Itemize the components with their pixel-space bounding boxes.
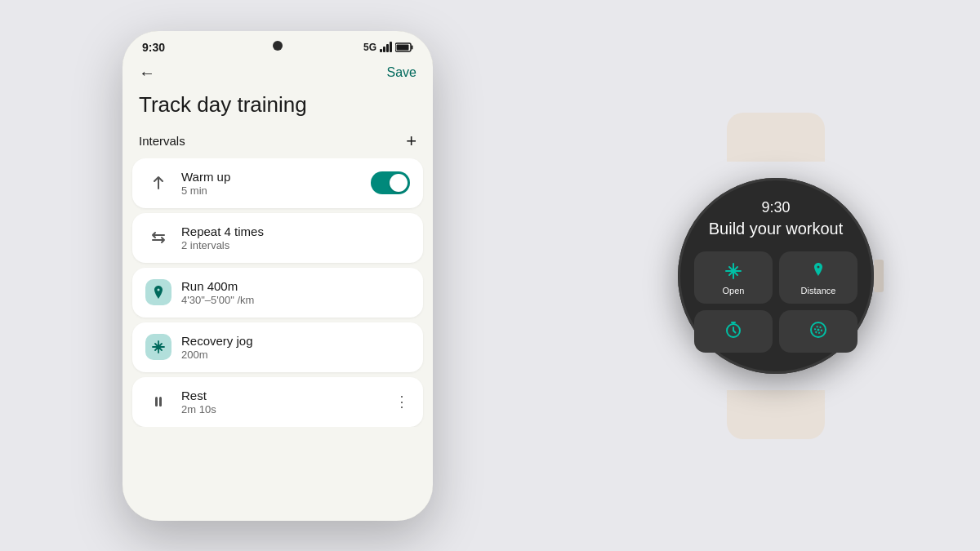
rest-menu-button[interactable]: ⋮ [394, 393, 410, 411]
repeat-sub: 2 intervals [181, 239, 410, 251]
phone: 9:30 5G ← [122, 31, 433, 521]
recovery-title: Recovery jog [181, 334, 410, 348]
rest-title: Rest [181, 389, 385, 402]
rest-icon [145, 389, 172, 415]
watch-crown [874, 260, 884, 292]
rest-info: Rest 2m 10s [181, 389, 385, 415]
svg-rect-4 [159, 397, 162, 407]
phone-status-icons: 5G [363, 42, 413, 53]
recovery-card[interactable]: Recovery jog 200m [132, 322, 423, 372]
watch-timer-button[interactable] [694, 310, 773, 353]
svg-rect-2 [397, 44, 409, 50]
warmup-info: Warm up 5 min [181, 170, 361, 197]
recovery-icon [145, 334, 172, 360]
run-icon [145, 279, 172, 305]
watch-timer-icon [722, 318, 745, 341]
warmup-icon [145, 170, 172, 196]
watch-distance-label: Distance [801, 286, 836, 295]
interval-list: Warm up 5 min Repeat 4 times 2 intervals [122, 158, 433, 427]
battery-icon [395, 42, 413, 52]
phone-status-bar: 9:30 5G [122, 31, 433, 57]
recovery-info: Recovery jog 200m [181, 334, 410, 361]
rest-card[interactable]: Rest 2m 10s ⋮ [132, 377, 423, 427]
svg-point-8 [817, 328, 820, 331]
rest-sub: 2m 10s [181, 403, 385, 415]
repeat-title: Repeat 4 times [181, 224, 410, 238]
watch-grid: Open Distance [694, 251, 858, 353]
intervals-label: Intervals [139, 134, 185, 148]
phone-camera [273, 41, 283, 51]
repeat-icon [145, 224, 172, 251]
back-button[interactable]: ← [139, 64, 155, 82]
recovery-sub: 200m [181, 349, 410, 361]
warmup-toggle[interactable] [371, 171, 410, 194]
warmup-card[interactable]: Warm up 5 min [132, 158, 423, 208]
intervals-header: Intervals + [122, 127, 433, 158]
phone-screen: ← Save Track day training Intervals + [122, 57, 433, 521]
phone-time: 9:30 [142, 41, 165, 54]
svg-rect-3 [155, 397, 158, 407]
network-label: 5G [363, 42, 376, 53]
svg-rect-1 [412, 45, 413, 49]
watch-face: 9:30 Build your workout Open [678, 178, 874, 374]
watch-move-icon [722, 260, 745, 282]
run-info: Run 400m 4'30"–5'00" /km [181, 279, 410, 306]
watch-title: Build your workout [709, 220, 844, 238]
repeat-card[interactable]: Repeat 4 times 2 intervals [132, 213, 423, 263]
phone-header: ← Save [122, 57, 433, 86]
run-card[interactable]: Run 400m 4'30"–5'00" /km [132, 268, 423, 318]
watch-distance-icon [807, 260, 830, 282]
watch: 9:30 Build your workout Open [662, 145, 890, 407]
watch-pace-button[interactable] [779, 310, 858, 353]
watch-band-bottom [727, 390, 825, 439]
page-title: Track day training [122, 86, 433, 127]
watch-distance-button[interactable]: Distance [779, 251, 858, 304]
watch-open-button[interactable]: Open [694, 251, 773, 304]
watch-band-top [727, 113, 825, 162]
run-sub: 4'30"–5'00" /km [181, 294, 410, 306]
watch-pace-icon [807, 318, 830, 341]
add-interval-button[interactable]: + [406, 131, 416, 152]
watch-time: 9:30 [761, 199, 790, 216]
warmup-sub: 5 min [181, 184, 361, 197]
repeat-info: Repeat 4 times 2 intervals [181, 224, 410, 251]
scene: 9:30 5G ← [41, 23, 939, 529]
warmup-title: Warm up [181, 170, 361, 184]
watch-open-label: Open [723, 286, 745, 295]
signal-icon [380, 42, 392, 52]
save-button[interactable]: Save [387, 65, 416, 80]
run-title: Run 400m [181, 279, 410, 293]
